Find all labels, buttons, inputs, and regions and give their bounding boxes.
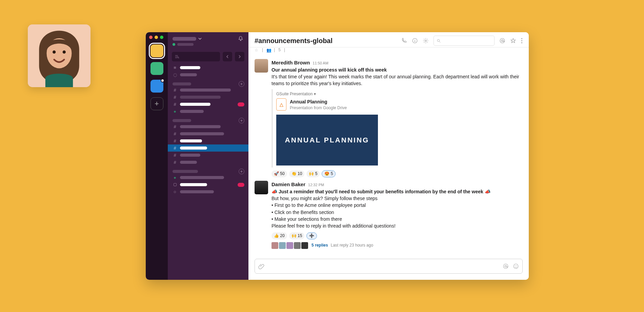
sidebar-section-dms[interactable]: + — [168, 166, 248, 174]
add-reaction-button[interactable]: 😍 5 — [322, 170, 336, 177]
minimize-window-icon[interactable] — [155, 36, 158, 39]
thread-replies-link[interactable]: 5 replies — [311, 242, 328, 248]
sidebar-section-channels[interactable]: + — [168, 78, 248, 86]
sidebar-channel-item[interactable]: # — [168, 101, 248, 108]
members-icon[interactable]: 👥 — [266, 48, 270, 52]
avatar[interactable] — [255, 181, 268, 194]
message: Damien Baker 12:32 PM 📣 Just a reminder … — [255, 181, 521, 249]
reaction-bar: 🚀 50👏 10🙌 5😍 5 — [271, 170, 521, 177]
notifications-bell-icon[interactable] — [238, 36, 244, 42]
info-icon[interactable] — [412, 38, 418, 44]
reaction-pill[interactable]: 🙌 15 — [289, 232, 305, 239]
add-dm-button[interactable]: + — [239, 169, 244, 174]
maximize-window-icon[interactable] — [160, 36, 163, 39]
sidebar-channel-item[interactable]: # — [168, 123, 248, 130]
jump-to-input[interactable] — [172, 52, 220, 61]
search-icon — [437, 39, 441, 43]
add-channel-button[interactable]: + — [239, 118, 244, 123]
add-workspace-button[interactable]: + — [150, 97, 163, 110]
svg-point-15 — [500, 38, 505, 43]
star-outline-icon[interactable]: ☆ — [255, 48, 259, 52]
sidebar-channel-item[interactable]: # — [168, 130, 248, 137]
workspace-tile[interactable] — [150, 44, 163, 57]
jump-to-icon — [175, 54, 179, 59]
workspace-unread-dot — [161, 79, 164, 82]
history-forward-button[interactable] — [235, 52, 244, 61]
svg-rect-11 — [415, 40, 415, 42]
svg-point-2 — [53, 51, 56, 54]
message-timestamp[interactable]: 12:32 PM — [308, 182, 324, 188]
message-title: 📣 Just a reminder that you'll need to su… — [271, 188, 521, 195]
attachment-subtitle: Presentation from Google Drive — [290, 105, 347, 111]
workspace-tile[interactable] — [150, 62, 163, 75]
mentions-at-icon[interactable] — [499, 38, 505, 44]
message-timestamp[interactable]: 11:50 AM — [313, 61, 328, 66]
search-input[interactable] — [434, 36, 495, 46]
thread-last-reply: Last reply 23 hours ago — [331, 242, 373, 248]
message-author[interactable]: Damien Baker — [271, 181, 305, 188]
sidebar-channel-selected[interactable]: # — [168, 144, 248, 152]
thread-summary[interactable]: 5 replies Last reply 23 hours ago — [271, 242, 521, 249]
star-icon[interactable] — [510, 38, 516, 44]
svg-rect-5 — [175, 56, 178, 57]
svg-point-19 — [521, 42, 522, 43]
user-status[interactable] — [168, 43, 248, 49]
mention-at-icon[interactable] — [503, 263, 509, 269]
reaction-pill[interactable]: 👍 20 — [271, 232, 287, 239]
call-icon[interactable] — [401, 38, 407, 44]
more-vertical-icon[interactable] — [521, 38, 523, 44]
channel-header: #announcements-global — [248, 32, 529, 47]
sidebar-item-all-unreads[interactable]: ≡ — [168, 64, 248, 71]
message: Meredith Brown 11:50 AM Our annual plann… — [255, 59, 521, 177]
channel-title[interactable]: #announcements-global — [255, 37, 333, 45]
add-reaction-button[interactable]: ➕ — [306, 232, 317, 239]
reaction-pill[interactable]: 🚀 50 — [271, 170, 287, 177]
svg-point-10 — [415, 39, 415, 40]
attach-paperclip-icon[interactable] — [258, 263, 264, 269]
close-window-icon[interactable] — [149, 36, 153, 39]
sidebar-channel-item[interactable]: # — [168, 137, 248, 144]
reaction-pill[interactable]: 🙌 5 — [306, 170, 320, 177]
svg-point-17 — [521, 38, 522, 39]
chevron-left-icon — [226, 55, 229, 58]
svg-line-14 — [439, 41, 440, 42]
sidebar-dm-item[interactable] — [168, 181, 248, 188]
message-bullet: • Make your selections from there — [271, 216, 521, 222]
attachment-source: GSuite Presentation — [276, 91, 313, 97]
slack-app-window: + ≡ ◌ — [146, 32, 529, 280]
sidebar-dm-item[interactable]: ● — [168, 174, 248, 181]
sidebar-channel-item[interactable]: # — [168, 159, 248, 166]
attachment-title[interactable]: Annual Planning — [290, 98, 347, 105]
sidebar-channel-item[interactable]: ● — [168, 108, 248, 115]
sidebar-section-channels-2[interactable]: + — [168, 115, 248, 123]
caret-down-icon[interactable]: ▾ — [314, 91, 316, 97]
sidebar-channel-item[interactable]: # — [168, 152, 248, 159]
avatar[interactable] — [255, 59, 268, 73]
sidebar-channel-item[interactable]: # — [168, 86, 248, 94]
history-back-button[interactable] — [223, 52, 232, 61]
sidebar: ≡ ◌ + # # # ● + # # # # # # + ● ○ — [168, 32, 248, 280]
workspace-switcher[interactable] — [173, 37, 202, 41]
svg-point-24 — [516, 266, 517, 266]
sidebar-dm-item[interactable]: ○ — [168, 188, 248, 195]
svg-point-12 — [425, 40, 427, 42]
window-traffic-lights[interactable] — [149, 36, 163, 39]
sidebar-item-threads[interactable]: ◌ — [168, 71, 248, 78]
workspace-tile[interactable] — [150, 80, 163, 93]
sidebar-channel-item[interactable]: # — [168, 94, 248, 101]
svg-rect-4 — [175, 55, 178, 56]
reaction-pill[interactable]: 👏 10 — [289, 170, 305, 177]
slide-preview[interactable]: ANNUAL PLANNING — [276, 115, 378, 165]
message-composer[interactable] — [255, 259, 523, 274]
svg-point-23 — [515, 266, 516, 266]
add-channel-button[interactable]: + — [239, 81, 244, 87]
settings-gear-icon[interactable] — [423, 38, 429, 44]
main-panel: #announcements-global ☆| 👥| 5| — [248, 32, 529, 280]
google-drive-icon: △ — [276, 98, 286, 111]
svg-point-21 — [505, 265, 506, 267]
message-author[interactable]: Meredith Brown — [271, 59, 310, 66]
message-body: It's that time of year again! This week … — [271, 73, 521, 87]
member-count[interactable]: 5 — [278, 47, 281, 52]
file-attachment[interactable]: GSuite Presentation ▾ △ Annual Planning … — [271, 89, 387, 168]
emoji-smile-icon[interactable] — [513, 263, 519, 269]
